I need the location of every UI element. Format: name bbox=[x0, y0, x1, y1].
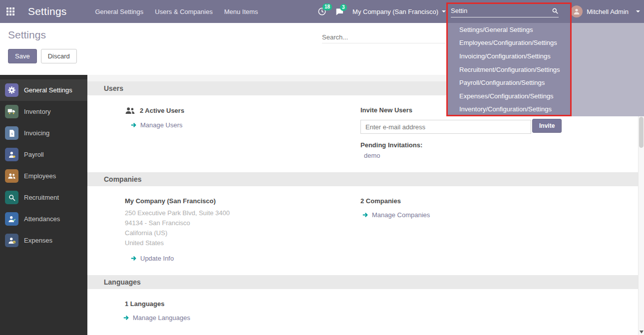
activity-badge: 18 bbox=[322, 3, 332, 10]
page-search bbox=[322, 31, 446, 43]
arrow-right-icon bbox=[131, 122, 137, 128]
recruitment-magnifier-icon bbox=[5, 191, 18, 204]
active-users-line: 2 Active Users bbox=[125, 106, 360, 115]
manage-companies-label: Manage Companies bbox=[372, 211, 430, 219]
dropdown-overlay bbox=[572, 23, 644, 116]
menu-search-suggestion[interactable]: Invoicing/Configuration/Settings bbox=[447, 49, 572, 63]
menu-search bbox=[451, 4, 559, 17]
gear-icon bbox=[5, 83, 18, 97]
menu-search-suggestion[interactable]: Settings/General Settings bbox=[447, 23, 572, 36]
messages-badge: 3 bbox=[340, 4, 347, 11]
scrollbar-down-arrow[interactable] bbox=[640, 331, 644, 334]
menu-search-input[interactable] bbox=[451, 7, 552, 14]
truck-icon bbox=[5, 105, 18, 118]
sidebar-item-expenses[interactable]: $ Expenses bbox=[0, 230, 87, 251]
address-line: 250 Executive Park Blvd, Suite 3400 bbox=[125, 208, 360, 218]
menu-search-suggestion[interactable]: Recruitment/Configuration/Settings bbox=[447, 63, 572, 76]
sidebar-item-label: Inventory bbox=[24, 108, 50, 115]
sidebar-item-inventory[interactable]: Inventory bbox=[0, 101, 87, 122]
company-switcher[interactable]: My Company (San Francisco) bbox=[352, 8, 446, 15]
sidebar-item-label: Payroll bbox=[24, 151, 44, 158]
odoo-settings-screen: Settings General Settings Users & Compan… bbox=[0, 0, 644, 335]
activity-clock-icon[interactable]: 18 bbox=[318, 7, 326, 16]
update-info-label: Update Info bbox=[140, 255, 174, 262]
app-title: Settings bbox=[28, 5, 66, 17]
invoice-document-icon: $ bbox=[5, 126, 18, 140]
companies-count: 2 Companies bbox=[360, 197, 638, 205]
settings-sidebar: General Settings Inventory $ Invoicing P… bbox=[0, 75, 87, 335]
sidebar-item-label: Employees bbox=[24, 172, 56, 180]
systray: 18 3 My Company (San Francisco) bbox=[318, 0, 446, 23]
manage-users-label: Manage Users bbox=[140, 121, 183, 129]
company-address: 250 Executive Park Blvd, Suite 3400 9413… bbox=[125, 208, 360, 248]
sidebar-item-label: Recruitment bbox=[24, 194, 59, 201]
menu-users-companies[interactable]: Users & Companies bbox=[155, 8, 213, 15]
section-companies: My Company (San Francisco) 250 Executive… bbox=[87, 186, 638, 275]
invite-row: Invite bbox=[360, 120, 638, 134]
payroll-person-icon bbox=[5, 148, 18, 161]
sidebar-item-label: Attendances bbox=[24, 215, 60, 223]
section-header-companies: Companies bbox=[87, 172, 638, 186]
sidebar-item-label: Invoicing bbox=[24, 129, 49, 137]
expense-coin-icon: $ bbox=[5, 234, 18, 247]
menu-search-suggestion[interactable]: Inventory/Configuration/Settings bbox=[447, 103, 572, 116]
sidebar-item-general-settings[interactable]: General Settings bbox=[0, 79, 87, 101]
sidebar-item-recruitment[interactable]: Recruitment bbox=[0, 187, 87, 208]
search-icon[interactable] bbox=[552, 7, 559, 14]
arrow-right-icon bbox=[123, 315, 130, 321]
sidebar-item-invoicing[interactable]: $ Invoicing bbox=[0, 122, 87, 144]
address-line: United States bbox=[125, 238, 360, 248]
menu-search-suggestion[interactable]: Expenses/Configuration/Settings bbox=[447, 89, 572, 103]
manage-users-link[interactable]: Manage Users bbox=[131, 121, 360, 129]
sidebar-item-payroll[interactable]: Payroll bbox=[0, 144, 87, 165]
sidebar-item-attendances[interactable]: Attendances bbox=[0, 208, 87, 230]
page-search-input[interactable] bbox=[322, 31, 446, 43]
avatar bbox=[571, 5, 583, 17]
menu-general-settings[interactable]: General Settings bbox=[95, 8, 143, 15]
manage-languages-link[interactable]: Manage Languages bbox=[123, 314, 360, 322]
svg-text:$: $ bbox=[11, 132, 13, 135]
pending-user-link[interactable]: demo bbox=[364, 152, 638, 159]
section-header-languages: Languages bbox=[87, 275, 638, 289]
chevron-down-icon bbox=[636, 10, 640, 12]
company-name: My Company (San Francisco) bbox=[125, 197, 360, 205]
section-languages: 1 Languages Manage Languages bbox=[87, 289, 638, 335]
users-group-icon bbox=[125, 106, 135, 115]
invite-button[interactable]: Invite bbox=[532, 119, 562, 133]
top-menu: General Settings Users & Companies Menu … bbox=[95, 8, 258, 15]
languages-count: 1 Languages bbox=[125, 300, 360, 308]
vertical-scrollbar[interactable] bbox=[638, 116, 644, 335]
manage-languages-label: Manage Languages bbox=[133, 314, 190, 322]
apps-menu-icon[interactable] bbox=[6, 7, 14, 15]
sidebar-item-label: Expenses bbox=[24, 237, 52, 244]
menu-search-dropdown: Settings/General Settings Employees/Conf… bbox=[447, 23, 572, 116]
attendance-check-icon bbox=[5, 212, 18, 226]
active-users-count: 2 Active Users bbox=[140, 107, 184, 114]
address-line: California (US) bbox=[125, 228, 360, 238]
manage-companies-link[interactable]: Manage Companies bbox=[362, 211, 638, 219]
menu-search-suggestion[interactable]: Payroll/Configuration/Settings bbox=[447, 76, 572, 89]
discard-button[interactable]: Discard bbox=[41, 49, 77, 63]
top-navbar: Settings General Settings Users & Compan… bbox=[0, 0, 644, 23]
menu-search-suggestion[interactable]: Employees/Configuration/Settings bbox=[447, 36, 572, 50]
menu-menu-items[interactable]: Menu Items bbox=[224, 8, 258, 15]
sidebar-item-employees[interactable]: Employees bbox=[0, 165, 87, 187]
company-name: My Company (San Francisco) bbox=[352, 8, 438, 15]
user-menu[interactable]: Mitchell Admin bbox=[571, 0, 640, 23]
chevron-down-icon bbox=[442, 10, 446, 12]
invite-email-input[interactable] bbox=[360, 120, 531, 134]
save-button[interactable]: Save bbox=[8, 49, 37, 63]
pending-invitations-label: Pending Invitations: bbox=[360, 141, 638, 149]
employees-people-icon bbox=[5, 169, 18, 183]
svg-text:$: $ bbox=[13, 241, 14, 243]
arrow-right-icon bbox=[362, 212, 369, 218]
scrollbar-thumb[interactable] bbox=[639, 117, 644, 148]
address-line: 94134 - San Francisco bbox=[125, 218, 360, 228]
messages-bubble-icon[interactable]: 3 bbox=[335, 7, 344, 16]
update-info-link[interactable]: Update Info bbox=[131, 255, 360, 262]
user-name: Mitchell Admin bbox=[587, 8, 629, 15]
arrow-right-icon bbox=[131, 255, 137, 262]
sidebar-item-label: General Settings bbox=[24, 86, 72, 94]
